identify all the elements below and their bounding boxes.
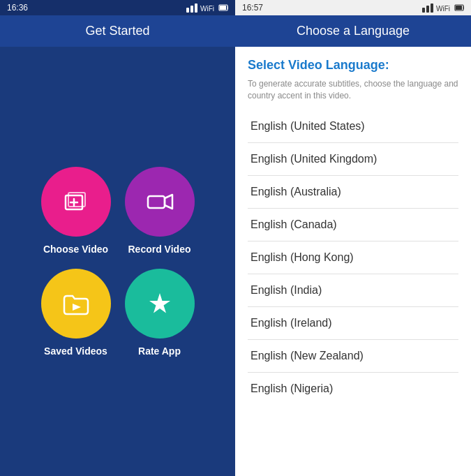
- choose-video-label: Choose Video: [43, 244, 108, 255]
- left-header-title: Get Started: [85, 24, 149, 38]
- saved-videos-icon: [59, 286, 94, 321]
- record-video-button[interactable]: [125, 167, 195, 237]
- svg-rect-0: [186, 8, 189, 13]
- choose-video-icon: [59, 184, 94, 219]
- status-bar-left: 16:36 WiFi: [0, 0, 235, 15]
- saved-videos-label: Saved Videos: [44, 345, 107, 357]
- language-item[interactable]: English (United Kingdom): [248, 143, 458, 176]
- language-item[interactable]: English (Canada): [248, 209, 458, 241]
- record-video-item[interactable]: Record Video: [125, 167, 195, 255]
- record-video-label: Record Video: [128, 244, 191, 255]
- rate-app-icon: [142, 286, 177, 321]
- language-item[interactable]: English (India): [248, 274, 458, 307]
- left-panel: 16:36 WiFi Get Started: [0, 0, 235, 476]
- saved-videos-item[interactable]: Saved Videos: [41, 269, 111, 357]
- status-icons-svg-right: WiFi: [422, 3, 464, 13]
- svg-rect-21: [456, 6, 462, 10]
- right-header-title: Choose a Language: [297, 24, 410, 38]
- status-time-left: 16:36: [7, 3, 28, 13]
- svg-rect-1: [190, 6, 193, 13]
- svg-rect-2: [195, 3, 197, 13]
- saved-videos-button[interactable]: [41, 269, 111, 339]
- svg-rect-6: [220, 6, 226, 10]
- svg-text:WiFi: WiFi: [436, 5, 450, 13]
- record-video-icon: [142, 184, 177, 219]
- svg-rect-16: [426, 6, 429, 13]
- language-item[interactable]: English (New Zealand): [248, 340, 458, 373]
- svg-rect-5: [227, 6, 228, 9]
- right-panel: 16:57 WiFi Choose a Language Select Vide…: [235, 0, 471, 476]
- language-content: Select Video Language: To generate accur…: [235, 47, 471, 476]
- status-icons-left: WiFi: [186, 3, 228, 13]
- svg-rect-15: [422, 8, 425, 13]
- subtitle-text: To generate accurate subtitles, choose t…: [248, 78, 458, 102]
- svg-text:WiFi: WiFi: [200, 5, 214, 13]
- language-list: English (United States)English (United K…: [248, 110, 458, 405]
- status-bar-right: 16:57 WiFi: [235, 0, 471, 15]
- language-item[interactable]: English (Australia): [248, 176, 458, 209]
- language-item[interactable]: English (Hong Kong): [248, 241, 458, 274]
- svg-marker-13: [73, 304, 81, 311]
- status-icons-svg-left: WiFi: [186, 3, 228, 13]
- svg-rect-17: [431, 3, 433, 13]
- select-video-label: Select Video Language:: [248, 58, 458, 73]
- svg-rect-11: [148, 196, 165, 208]
- rate-app-button[interactable]: [125, 269, 195, 339]
- rate-app-label: Rate App: [138, 345, 181, 357]
- rate-app-item[interactable]: Rate App: [125, 269, 195, 357]
- language-item[interactable]: English (Nigeria): [248, 373, 458, 405]
- grid-container: Choose Video Record Video: [20, 47, 216, 476]
- svg-marker-12: [165, 195, 172, 209]
- status-time-right: 16:57: [242, 3, 263, 13]
- language-item[interactable]: English (Ireland): [248, 307, 458, 340]
- choose-video-item[interactable]: Choose Video: [41, 167, 111, 255]
- svg-marker-14: [149, 293, 170, 313]
- svg-rect-20: [463, 6, 464, 9]
- choose-video-button[interactable]: [41, 167, 111, 237]
- header-right: Choose a Language: [235, 15, 471, 47]
- header-left: Get Started: [0, 15, 235, 47]
- status-icons-right: WiFi: [422, 3, 464, 13]
- language-item[interactable]: English (United States): [248, 110, 458, 143]
